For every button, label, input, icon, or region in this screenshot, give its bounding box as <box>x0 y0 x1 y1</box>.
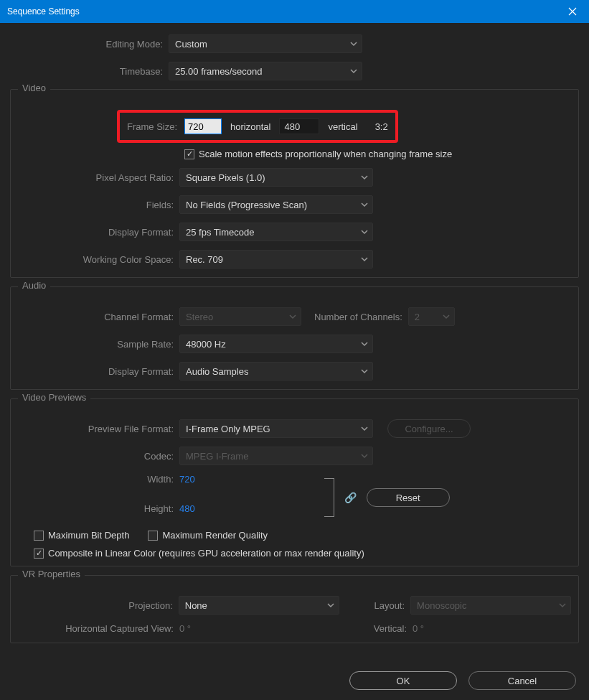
scale-motion-checkbox[interactable] <box>184 149 194 159</box>
layout-label: Layout: <box>339 600 410 611</box>
pixel-aspect-select[interactable]: Square Pixels (1.0) <box>179 168 373 187</box>
preview-width-value[interactable]: 720 <box>179 474 195 485</box>
video-previews-title: Video Previews <box>18 392 90 403</box>
titlebar: Sequence Settings <box>0 0 589 23</box>
color-space-label: Working Color Space: <box>18 254 179 265</box>
max-bit-depth-checkbox[interactable] <box>34 531 44 541</box>
horizontal-label: horizontal <box>230 121 270 132</box>
projection-label: Projection: <box>18 600 179 611</box>
timebase-select[interactable]: 25.00 frames/second <box>169 62 362 80</box>
num-channels-label: Number of Channels: <box>314 312 402 322</box>
video-display-format-label: Display Format: <box>18 227 179 238</box>
video-group: Video Frame Size: horizontal vertical 3:… <box>10 89 579 278</box>
preview-file-format-select[interactable]: I-Frame Only MPEG <box>179 419 373 438</box>
chevron-down-icon <box>350 40 357 47</box>
editing-mode-label: Editing Mode: <box>7 39 169 50</box>
chevron-down-icon <box>361 340 368 347</box>
editing-mode-select[interactable]: Custom <box>169 34 362 53</box>
vr-properties-title: VR Properties <box>18 569 85 579</box>
timebase-label: Timebase: <box>7 66 169 77</box>
dialog-footer: OK Cancel <box>349 671 576 690</box>
audio-group: Audio Channel Format: Stereo Number of C… <box>10 286 579 390</box>
video-display-format-select[interactable]: 25 fps Timecode <box>179 223 373 241</box>
audio-display-format-label: Display Format: <box>18 366 179 377</box>
link-bracket <box>324 478 334 517</box>
codec-label: Codec: <box>18 451 179 462</box>
audio-section-title: Audio <box>18 280 50 291</box>
video-previews-group: Video Previews Preview File Format: I-Fr… <box>10 398 579 566</box>
composite-linear-label: Composite in Linear Color (requires GPU … <box>48 548 364 559</box>
channel-format-label: Channel Format: <box>18 312 179 322</box>
chevron-down-icon <box>327 602 334 609</box>
chevron-down-icon <box>361 452 368 459</box>
aspect-ratio-value: 3:2 <box>375 121 388 132</box>
vr-vertical-label: Vertical: <box>341 623 413 634</box>
vr-properties-group: VR Properties Projection: None Layout: M… <box>10 575 579 643</box>
sample-rate-select[interactable]: 48000 Hz <box>179 335 373 353</box>
frame-size-highlight: Frame Size: horizontal vertical 3:2 <box>117 110 398 143</box>
chevron-down-icon <box>289 313 296 320</box>
preview-height-value[interactable]: 480 <box>179 503 195 514</box>
chevron-down-icon <box>361 228 368 235</box>
video-section-title: Video <box>18 83 50 93</box>
scale-motion-label: Scale motion effects proportionally when… <box>199 149 452 159</box>
color-space-select[interactable]: Rec. 709 <box>179 250 373 269</box>
preview-height-label: Height: <box>18 503 179 514</box>
fields-select[interactable]: No Fields (Progressive Scan) <box>179 195 373 214</box>
chevron-down-icon <box>361 201 368 208</box>
sample-rate-label: Sample Rate: <box>18 339 179 350</box>
audio-display-format-select[interactable]: Audio Samples <box>179 362 373 381</box>
configure-button: Configure... <box>387 419 471 438</box>
horiz-captured-view-value: 0 ° <box>179 623 341 634</box>
frame-height-input[interactable] <box>279 118 319 134</box>
chevron-down-icon <box>443 313 450 320</box>
composite-linear-checkbox[interactable] <box>34 549 44 559</box>
max-render-quality-label: Maximum Render Quality <box>162 530 268 541</box>
chevron-down-icon <box>361 256 368 263</box>
vertical-label: vertical <box>328 121 357 132</box>
close-icon <box>568 7 577 16</box>
chevron-down-icon <box>361 174 368 181</box>
frame-size-label: Frame Size: <box>127 121 177 132</box>
chevron-down-icon <box>559 602 566 609</box>
layout-select: Monoscopic <box>410 596 571 615</box>
close-button[interactable] <box>556 0 589 23</box>
preview-width-label: Width: <box>18 474 179 485</box>
reset-button[interactable]: Reset <box>367 488 450 507</box>
projection-select[interactable]: None <box>179 596 339 615</box>
chevron-down-icon <box>361 368 368 375</box>
vr-vertical-value: 0 ° <box>413 623 424 634</box>
max-bit-depth-label: Maximum Bit Depth <box>48 530 129 541</box>
frame-width-input[interactable] <box>184 118 222 134</box>
fields-label: Fields: <box>18 200 179 210</box>
preview-file-format-label: Preview File Format: <box>18 424 179 434</box>
window-title: Sequence Settings <box>7 6 80 17</box>
link-icon[interactable]: 🔗 <box>344 492 357 503</box>
horiz-captured-view-label: Horizontal Captured View: <box>18 623 179 634</box>
max-render-quality-checkbox[interactable] <box>148 531 158 541</box>
num-channels-select: 2 <box>408 307 455 326</box>
channel-format-select: Stereo <box>179 307 301 326</box>
chevron-down-icon <box>361 425 368 432</box>
pixel-aspect-label: Pixel Aspect Ratio: <box>18 172 179 183</box>
cancel-button[interactable]: Cancel <box>468 671 576 690</box>
ok-button[interactable]: OK <box>349 671 457 690</box>
codec-select: MPEG I-Frame <box>179 447 373 465</box>
chevron-down-icon <box>350 67 357 75</box>
